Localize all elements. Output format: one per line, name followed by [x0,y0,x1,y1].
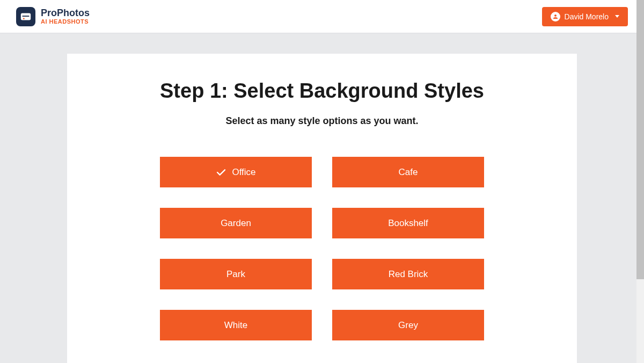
svg-rect-1 [23,16,30,17]
logo-text: ProPhotos AI HEADSHOTS [41,8,90,25]
logo-brand: ProPhotos [41,8,90,19]
option-label: Office [232,167,255,178]
page-body: Step 1: Select Background Styles Select … [0,33,644,363]
logo-tagline: AI HEADSHOTS [41,18,90,25]
option-grey[interactable]: Grey [332,310,484,340]
svg-point-2 [23,18,25,19]
option-label: Cafe [399,167,418,178]
logo[interactable]: ProPhotos AI HEADSHOTS [16,7,90,26]
option-label: Garden [221,218,251,229]
check-icon [216,169,226,176]
page-subtitle: Select as many style options as you want… [99,115,545,127]
user-name: David Morelo [565,12,609,21]
option-white[interactable]: White [160,310,312,340]
option-garden[interactable]: Garden [160,208,312,238]
option-label: Red Brick [389,269,428,280]
option-label: Grey [398,320,418,331]
option-park[interactable]: Park [160,259,312,289]
option-red-brick[interactable]: Red Brick [332,259,484,289]
scrollbar[interactable] [636,0,644,363]
option-bookshelf[interactable]: Bookshelf [332,208,484,238]
option-label: Bookshelf [388,218,428,229]
chevron-down-icon [615,15,619,18]
avatar-icon [551,12,560,21]
user-menu-button[interactable]: David Morelo [542,7,628,26]
option-office[interactable]: Office [160,157,312,187]
scrollbar-thumb[interactable] [636,0,644,279]
option-label: White [224,320,247,331]
option-label: Park [226,269,245,280]
content-card: Step 1: Select Background Styles Select … [67,54,577,363]
option-cafe[interactable]: Cafe [332,157,484,187]
logo-icon [16,7,35,26]
options-grid: Office Cafe Garden Bookshelf Park Red Br… [160,157,484,340]
header: ProPhotos AI HEADSHOTS David Morelo [0,0,644,33]
page-title: Step 1: Select Background Styles [99,79,545,103]
